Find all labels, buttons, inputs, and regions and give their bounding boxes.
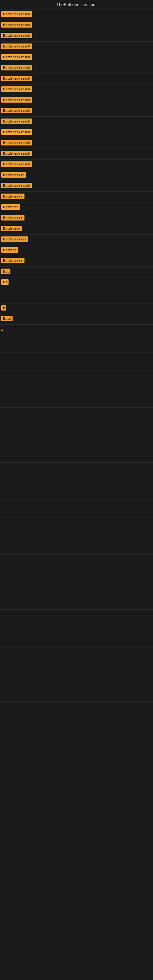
bottleneck-badge-11[interactable]: Bottleneck result <box>1 119 32 124</box>
bottleneck-badge-1[interactable]: Bottleneck result <box>1 11 32 17</box>
bottleneck-section-23: Bottlene <box>0 245 153 256</box>
bottleneck-section-30 <box>0 325 153 334</box>
bottleneck-section-25: Bot <box>0 267 153 277</box>
bottleneck-section-27 <box>0 288 153 304</box>
bottleneck-badge-29[interactable]: Bottl <box>1 316 13 321</box>
bottleneck-section-17: Bottleneck result <box>0 181 153 192</box>
empty-section-4 <box>0 389 153 407</box>
bottleneck-section-20: Bottleneck r <box>0 213 153 224</box>
empty-section-13 <box>0 555 153 573</box>
bottleneck-badge-12[interactable]: Bottleneck result <box>1 129 32 135</box>
bottleneck-section-15: Bottleneck result <box>0 159 153 170</box>
bottleneck-section-8: Bottleneck result <box>0 84 153 95</box>
empty-section-6 <box>0 426 153 444</box>
bottleneck-section-18: Bottleneck r <box>0 192 153 202</box>
bottleneck-badge-23[interactable]: Bottlene <box>1 247 18 253</box>
bottleneck-section-26: Bo <box>0 277 153 288</box>
site-header: TheBottlenecker.com <box>0 0 153 10</box>
empty-section-16 <box>0 610 153 628</box>
bottleneck-section-4: Bottleneck result <box>0 41 153 52</box>
bottleneck-badge-2[interactable]: Bottleneck result <box>1 22 32 27</box>
empty-section-20 <box>0 683 153 702</box>
bottleneck-badge-28[interactable]: B <box>1 305 6 310</box>
empty-section-19 <box>0 665 153 683</box>
bottleneck-section-10: Bottleneck result <box>0 106 153 117</box>
bottleneck-section-29: Bottl <box>0 314 153 325</box>
bottleneck-badge-4[interactable]: Bottleneck result <box>1 43 32 49</box>
bottleneck-badge-19[interactable]: Bottlenec <box>1 204 20 210</box>
bottleneck-badge-26[interactable]: Bo <box>1 279 9 285</box>
bottleneck-badge-17[interactable]: Bottleneck result <box>1 183 32 188</box>
bottleneck-section-9: Bottleneck result <box>0 95 153 106</box>
bottleneck-badge-24[interactable]: Bottleneck r <box>1 258 24 263</box>
bottleneck-section-24: Bottleneck r <box>0 256 153 267</box>
empty-section-14 <box>0 573 153 591</box>
bottleneck-section-1: Bottleneck result <box>0 10 153 20</box>
bottleneck-badge-8[interactable]: Bottleneck result <box>1 86 32 92</box>
bottleneck-badge-5[interactable]: Bottleneck result <box>1 54 32 60</box>
empty-section-3 <box>0 371 153 389</box>
bottleneck-badge-22[interactable]: Bottleneck res <box>1 236 28 242</box>
empty-section-8 <box>0 463 153 481</box>
bottleneck-section-7: Bottleneck result <box>0 74 153 84</box>
empty-section-15 <box>0 591 153 610</box>
empty-section-11 <box>0 518 153 536</box>
bottleneck-badge-10[interactable]: Bottleneck result <box>1 108 32 113</box>
bottleneck-badge-30[interactable] <box>1 329 3 331</box>
bottleneck-section-6: Bottleneck result <box>0 63 153 74</box>
bottleneck-badge-18[interactable]: Bottleneck r <box>1 194 24 199</box>
empty-section-18 <box>0 646 153 665</box>
bottleneck-section-28: B <box>0 304 153 314</box>
bottleneck-badge-20[interactable]: Bottleneck r <box>1 215 24 221</box>
bottleneck-section-19: Bottlenec <box>0 202 153 213</box>
bottleneck-badge-21[interactable]: Bottleneck <box>1 226 22 231</box>
bottleneck-section-13: Bottleneck result <box>0 138 153 149</box>
bottleneck-badge-7[interactable]: Bottleneck result <box>1 76 32 81</box>
bottleneck-section-16: Bottleneck re <box>0 170 153 181</box>
bottleneck-badge-9[interactable]: Bottleneck result <box>1 97 32 103</box>
bottleneck-section-5: Bottleneck result <box>0 52 153 63</box>
empty-section-1 <box>0 334 153 353</box>
bottleneck-badge-16[interactable]: Bottleneck re <box>1 172 26 178</box>
bottleneck-badge-15[interactable]: Bottleneck result <box>1 161 32 167</box>
bottleneck-badge-6[interactable]: Bottleneck result <box>1 65 32 70</box>
empty-section-10 <box>0 500 153 518</box>
bottleneck-badge-14[interactable]: Bottleneck result <box>1 151 32 156</box>
bottleneck-section-2: Bottleneck result <box>0 20 153 31</box>
bottleneck-badge-25[interactable]: Bot <box>1 269 10 274</box>
empty-section-9 <box>0 481 153 500</box>
bottleneck-section-3: Bottleneck result <box>0 31 153 41</box>
site-title: TheBottlenecker.com <box>56 0 97 8</box>
empty-section-5 <box>0 407 153 426</box>
bottleneck-section-22: Bottleneck res <box>0 235 153 245</box>
bottleneck-section-11: Bottleneck result <box>0 117 153 127</box>
empty-section-17 <box>0 628 153 646</box>
empty-section-2 <box>0 353 153 371</box>
bottleneck-section-14: Bottleneck result <box>0 149 153 159</box>
bottleneck-badge-3[interactable]: Bottleneck result <box>1 33 32 38</box>
empty-section-12 <box>0 536 153 555</box>
empty-section-7 <box>0 444 153 463</box>
bottleneck-section-12: Bottleneck result <box>0 127 153 138</box>
page-container: TheBottlenecker.com Bottleneck result Bo… <box>0 0 153 702</box>
bottleneck-badge-13[interactable]: Bottleneck result <box>1 140 32 145</box>
bottleneck-section-21: Bottleneck <box>0 224 153 235</box>
